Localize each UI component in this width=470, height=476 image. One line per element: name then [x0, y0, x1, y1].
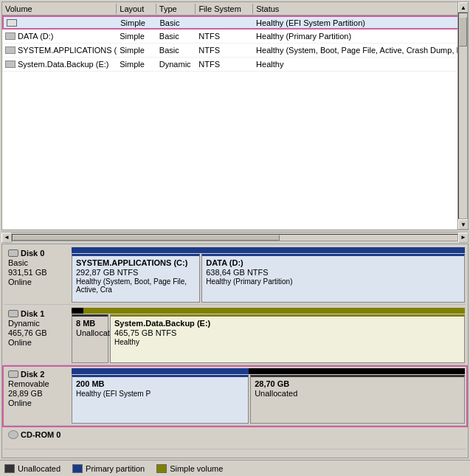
disk-0-icon — [8, 249, 18, 257]
cell-layout-0: Simple — [117, 18, 156, 28]
part-status: Healthy (EFI System P — [76, 390, 244, 398]
hscroll-track[interactable] — [12, 234, 458, 241]
disk-1-label: Disk 1 Dynamic 465,76 GB Online — [4, 306, 70, 365]
table-row[interactable]: DATA (D:) Simple Basic NTFS Healthy (Pri… — [2, 30, 468, 44]
disk-1-status: Online — [8, 338, 66, 347]
disk-0-label: Disk 0 Basic 931,51 GB Online — [4, 246, 70, 304]
disk-1-bar-seg-0 — [72, 308, 83, 314]
disk-row-1[interactable]: Disk 1 Dynamic 465,76 GB Online 8 MB Una… — [4, 306, 466, 365]
col-header-filesystem: File System — [196, 4, 253, 14]
table-vscrollbar[interactable]: ▲ ▼ — [457, 2, 468, 230]
cell-layout-2: Simple — [117, 45, 156, 55]
disk-0-type: Basic — [8, 258, 66, 267]
legend-bar: Unallocated Primary partition Simple vol… — [0, 460, 470, 476]
volume-icon-2 — [5, 46, 15, 54]
cdrom-name: CD-ROM 0 — [21, 430, 61, 439]
disk-2-partitions: 200 MB Healthy (EFI System P 28,70 GB Un… — [70, 367, 466, 425]
volume-icon-1 — [5, 32, 15, 40]
disk-area[interactable]: Disk 0 Basic 931,51 GB Online SYSTEM.APP… — [1, 244, 469, 458]
cell-layout-1: Simple — [117, 31, 156, 41]
part-name: 200 MB — [76, 379, 244, 388]
table-row[interactable]: System.Data.Backup (E:) Simple Dynamic N… — [2, 58, 468, 72]
disk-0-partitions: SYSTEM.APPLICATIONS (C:) 292,87 GB NTFS … — [70, 246, 466, 304]
disk-2-label: Disk 2 Removable 28,89 GB Online — [4, 367, 70, 425]
disk-2-status: Online — [8, 399, 66, 407]
table-hscrollbar[interactable]: ◄ ► — [1, 232, 469, 242]
disk-1-part-0[interactable]: 8 MB Unallocated — [72, 314, 108, 363]
part-name: System.Data.Backup (E:) — [114, 319, 460, 328]
table-row[interactable]: Simple Basic Healthy (EFI System Partiti… — [2, 15, 468, 30]
disk-2-type: Removable — [8, 379, 66, 388]
col-header-type: Type — [156, 4, 196, 14]
disk-1-icon — [8, 310, 18, 317]
disk-0-part-1[interactable]: DATA (D:) 638,64 GB NTFS Healthy (Primar… — [201, 254, 465, 303]
volume-icon-0 — [7, 19, 17, 27]
disk-0-name: Disk 0 — [21, 249, 44, 258]
cell-fs-2: NTFS — [196, 45, 253, 55]
vscroll-down-btn[interactable]: ▼ — [458, 219, 469, 230]
legend-swatch-unalloc — [4, 464, 15, 473]
cell-status-2: Healthy (System, Boot, Page File, Active… — [253, 45, 468, 55]
legend-label-unalloc: Unallocated — [18, 464, 61, 473]
table-row[interactable]: SYSTEM.APPLICATIONS (C:) Simple Basic NT… — [2, 44, 468, 58]
disk-0-size: 931,51 GB — [8, 268, 66, 277]
cell-layout-3: Simple — [117, 59, 156, 69]
disk-2-part-0[interactable]: 200 MB Healthy (EFI System P — [72, 375, 249, 424]
part-size: 292,87 GB NTFS — [76, 268, 196, 277]
disk-2-bar-seg-1 — [249, 368, 465, 374]
legend-label-simple: Simple volume — [170, 464, 223, 473]
cell-volume-0 — [4, 18, 117, 27]
part-name: SYSTEM.APPLICATIONS (C:) — [76, 258, 196, 267]
disk-row-2[interactable]: Disk 2 Removable 28,89 GB Online 200 MB … — [4, 367, 466, 426]
legend-simple: Simple volume — [156, 464, 223, 473]
volume-icon-3 — [5, 61, 15, 68]
disk-1-bar — [72, 308, 465, 314]
disk-2-bar-seg-0 — [72, 368, 249, 374]
part-name: DATA (D:) — [206, 258, 460, 267]
part-size: 638,64 GB NTFS — [206, 268, 460, 277]
disk-2-size: 28,89 GB — [8, 389, 66, 398]
cdrom-label: CD-ROM 0 — [4, 427, 70, 449]
part-name: 8 MB — [76, 319, 104, 328]
col-header-layout: Layout — [117, 4, 156, 14]
cell-volume-2: SYSTEM.APPLICATIONS (C:) — [2, 45, 117, 55]
cell-status-0: Healthy (EFI System Partition) — [253, 18, 466, 28]
disk-1-size: 465,76 GB — [8, 328, 66, 337]
cell-type-1: Basic — [156, 31, 196, 41]
disk-0-parts-row: SYSTEM.APPLICATIONS (C:) 292,87 GB NTFS … — [72, 254, 465, 303]
volume-table-area: Volume Layout Type File System Status Si… — [1, 1, 469, 230]
disk-1-bar-seg-1 — [83, 308, 465, 314]
disk-1-parts-row: 8 MB Unallocated System.Data.Backup (E:)… — [72, 314, 465, 363]
disk-row-0[interactable]: Disk 0 Basic 931,51 GB Online SYSTEM.APP… — [4, 246, 466, 305]
disk-2-part-1[interactable]: 28,70 GB Unallocated — [250, 375, 465, 424]
cell-type-2: Basic — [156, 45, 196, 55]
cell-fs-1: NTFS — [196, 31, 253, 41]
col-header-status: Status — [253, 4, 468, 14]
vscroll-track[interactable] — [458, 13, 468, 219]
vscroll-up-btn[interactable]: ▲ — [458, 2, 469, 13]
disk-1-partitions: 8 MB Unallocated System.Data.Backup (E:)… — [70, 306, 466, 365]
disk-1-part-1[interactable]: System.Data.Backup (E:) 465,75 GB NTFS H… — [110, 314, 465, 363]
hscroll-right-btn[interactable]: ► — [458, 232, 469, 243]
disk-0-part-0[interactable]: SYSTEM.APPLICATIONS (C:) 292,87 GB NTFS … — [72, 254, 200, 303]
part-status: Healthy (Primary Partition) — [206, 277, 460, 286]
vscroll-thumb[interactable] — [459, 17, 467, 46]
disk-2-name: Disk 2 — [21, 370, 44, 379]
hscroll-left-btn[interactable]: ◄ — [1, 232, 12, 243]
disk-row-cdrom[interactable]: CD-ROM 0 — [4, 427, 466, 449]
cell-fs-3: NTFS — [196, 59, 253, 69]
cell-type-3: Dynamic — [156, 59, 196, 69]
cell-fs-0 — [196, 22, 253, 24]
cell-status-1: Healthy (Primary Partition) — [253, 31, 468, 41]
disk-2-parts-row: 200 MB Healthy (EFI System P 28,70 GB Un… — [72, 375, 465, 424]
disk-2-icon — [8, 370, 18, 378]
part-name: 28,70 GB — [255, 379, 460, 388]
cell-volume-3: System.Data.Backup (E:) — [2, 59, 117, 69]
legend-unallocated: Unallocated — [4, 464, 61, 473]
legend-primary: Primary partition — [72, 464, 145, 473]
table-body[interactable]: Simple Basic Healthy (EFI System Partiti… — [2, 15, 468, 230]
hscroll-thumb[interactable] — [13, 235, 280, 241]
cdrom-partitions — [70, 427, 466, 449]
cell-status-3: Healthy — [253, 59, 468, 69]
main-container: Volume Layout Type File System Status Si… — [0, 0, 470, 476]
